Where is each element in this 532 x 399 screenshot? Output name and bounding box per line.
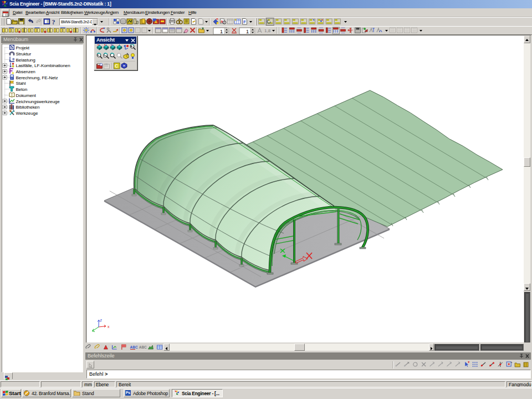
svg-text:ABC: ABC [130, 345, 138, 349]
svg-text:1,8: 1,8 [264, 28, 271, 33]
svg-text:1: 1 [246, 29, 249, 34]
svg-text:ABC: ABC [139, 345, 147, 349]
svg-text:1: 1 [220, 29, 223, 34]
svg-text:z: z [135, 21, 137, 24]
svg-text:F: F [243, 19, 246, 24]
svg-text:?: ? [52, 18, 55, 26]
svg-text:A: A [155, 20, 157, 24]
